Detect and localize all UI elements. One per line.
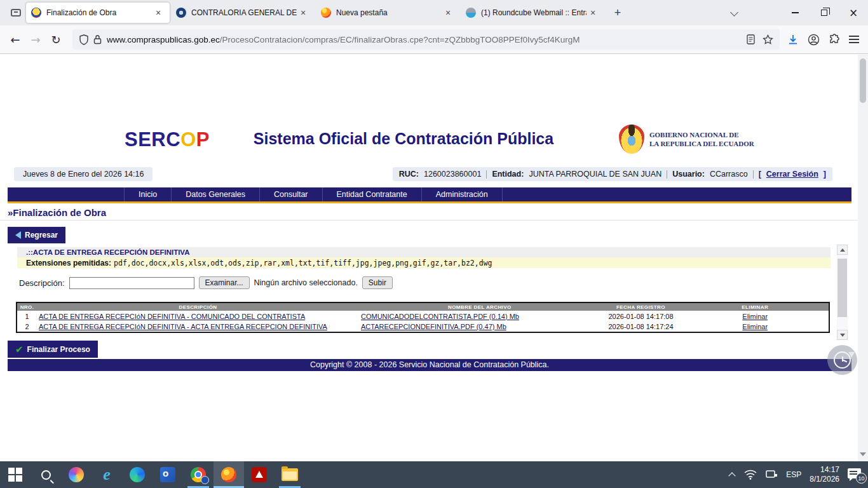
minimize-button[interactable] xyxy=(780,0,810,25)
page-scrollbar[interactable] xyxy=(858,55,868,461)
tab-nueva-pestana[interactable]: Nueva pestaña × xyxy=(316,3,459,23)
wifi-icon[interactable] xyxy=(744,470,757,480)
tab-finalizacion-de-obra[interactable]: Finalización de Obra × xyxy=(26,3,170,23)
taskbar-edge[interactable] xyxy=(122,461,153,488)
browse-button[interactable]: Examinar... xyxy=(199,276,250,289)
table-row: 2 ACTA DE ENTREGA RECEPCIóN DEFINITIVA -… xyxy=(17,322,829,332)
taskbar-internet-explorer[interactable]: e xyxy=(92,461,122,488)
file-link[interactable]: COMUNICADODELCONTRATISTA.PDF (0.14) Mb xyxy=(361,313,519,320)
roundcube-favicon xyxy=(466,8,476,18)
clock-icon xyxy=(834,351,851,369)
government-logo: GOBIERNO NACIONAL DE LA REPUBLICA DEL EC… xyxy=(619,125,754,154)
taskbar-chrome[interactable] xyxy=(183,461,214,488)
firefox-favicon xyxy=(321,8,331,18)
no-file-selected-text: Ningún archivo seleccionado. xyxy=(254,278,358,287)
menu-item-datos-generales[interactable]: Datos Generales xyxy=(172,187,260,201)
entity-value: JUNTA PARROQUIAL DE SAN JUAN xyxy=(529,170,661,179)
account-icon[interactable] xyxy=(808,34,820,46)
inner-scrollbar[interactable] xyxy=(837,245,848,340)
menu-hamburger-icon[interactable] xyxy=(849,36,859,43)
tray-chevron-up-icon[interactable] xyxy=(729,471,736,478)
entity-label: Entidad: xyxy=(492,170,524,179)
ruc-label: RUC: xyxy=(399,170,419,179)
scroll-up-icon[interactable] xyxy=(837,245,848,255)
close-tab-icon[interactable]: × xyxy=(587,6,599,19)
copilot-icon xyxy=(69,467,84,482)
back-icon[interactable]: ← xyxy=(5,29,25,50)
scroll-down-icon[interactable] xyxy=(837,330,848,340)
taskbar-copilot[interactable] xyxy=(61,461,92,488)
check-icon: ✔ xyxy=(15,344,24,355)
lock-icon[interactable] xyxy=(93,34,102,44)
inner-scrollbar-thumb[interactable] xyxy=(837,259,847,317)
bookmark-star-icon[interactable] xyxy=(763,34,773,45)
list-all-tabs-icon[interactable] xyxy=(731,8,740,17)
screen: Finalización de Obra × CONTRALORIA GENER… xyxy=(0,0,868,488)
page-scrollbar-thumb[interactable] xyxy=(860,58,866,103)
delete-link[interactable]: Eliminar xyxy=(742,323,768,330)
user-label: Usuario: xyxy=(672,170,705,179)
menu-item-entidad-contratante[interactable]: Entidad Contratante xyxy=(323,187,422,201)
description-link[interactable]: ACTA DE ENTREGA RECEPCIóN DEFINITIVA - A… xyxy=(39,323,327,330)
close-tab-icon[interactable]: × xyxy=(152,6,165,19)
start-button[interactable] xyxy=(0,461,31,488)
new-tab-button[interactable]: + xyxy=(609,4,627,22)
reload-icon[interactable]: ↻ xyxy=(46,29,66,50)
taskbar-acrobat[interactable] xyxy=(244,461,275,488)
title-divider xyxy=(0,220,858,220)
main-menu: Inicio Datos Generales Consultar Entidad… xyxy=(8,187,851,201)
taskbar-search-button[interactable] xyxy=(31,461,61,488)
back-arrow-icon xyxy=(15,231,21,239)
row-fecha: 2026-01-08 14:17:24 xyxy=(600,322,682,332)
file-link[interactable]: ACTARECEPCIONDEFINITIVA.PDF (0.47) Mb xyxy=(361,323,506,330)
internet-explorer-icon: e xyxy=(103,467,111,482)
tray-time: 14:17 xyxy=(810,465,839,475)
floating-clock-widget[interactable] xyxy=(827,345,857,375)
logout-link[interactable]: Cerrar Sesión xyxy=(766,170,818,179)
url-bar[interactable]: www.compraspublicas.gob.ec/ProcesoContra… xyxy=(72,29,780,50)
shield-icon[interactable] xyxy=(79,34,89,45)
table-row: 1 ACTA DE ENTREGA RECEPCIóN DEFINITIVA -… xyxy=(17,311,829,322)
notification-center-icon[interactable]: 10 xyxy=(848,468,863,482)
firefox-view-icon[interactable] xyxy=(6,4,25,21)
regresar-button[interactable]: Regresar xyxy=(8,227,65,243)
delete-link[interactable]: Eliminar xyxy=(742,313,768,320)
close-window-button[interactable]: × xyxy=(839,0,868,25)
gold-divider xyxy=(8,201,851,203)
description-link[interactable]: ACTA DE ENTREGA RECEPCIóN DEFINITIVA - C… xyxy=(39,313,305,320)
url-domain: www.compraspublicas.gob.ec xyxy=(107,35,220,44)
tray-clock[interactable]: 14:17 8/1/2026 xyxy=(810,465,839,484)
extensions-icon[interactable] xyxy=(829,34,840,45)
chrome-icon xyxy=(191,467,206,482)
language-indicator[interactable]: ESP xyxy=(786,470,801,479)
extensions-label: Extensiones pemitidas: xyxy=(26,259,111,268)
notification-badge: 10 xyxy=(856,473,867,484)
taskbar-firefox[interactable] xyxy=(214,461,244,488)
outlook-icon xyxy=(160,467,175,482)
taskbar-outlook[interactable] xyxy=(153,461,183,488)
search-icon xyxy=(41,470,51,480)
finalizar-proceso-button[interactable]: ✔ Finalizar Proceso xyxy=(8,341,98,358)
close-tab-icon[interactable]: × xyxy=(442,6,454,19)
tab-contraloria[interactable]: CONTRALORIA GENERAL DEL E × xyxy=(171,3,315,23)
browser-toolbar: ← → ↻ www.compraspublicas.gob.ec/Proceso… xyxy=(0,25,868,54)
description-input[interactable] xyxy=(69,277,194,289)
firefox-icon xyxy=(221,467,236,482)
scrollbar-down-icon[interactable] xyxy=(860,452,866,456)
upload-button[interactable]: Subir xyxy=(362,276,393,289)
reader-mode-icon[interactable] xyxy=(747,34,756,44)
tab-roundcube-webmail[interactable]: (1) Roundcube Webmail :: Entra × xyxy=(461,3,604,23)
contraloria-favicon xyxy=(176,8,186,18)
menu-item-administracion[interactable]: Administración xyxy=(422,187,503,201)
display-icon[interactable] xyxy=(765,470,778,480)
restore-button[interactable] xyxy=(810,0,839,25)
table-header-row: NRO. DESCRIPCIÓN NOMBRE DEL ARCHIVO FECH… xyxy=(17,302,829,311)
downloads-icon[interactable] xyxy=(787,34,799,45)
file-explorer-icon xyxy=(281,468,298,481)
menu-item-inicio[interactable]: Inicio xyxy=(124,187,172,201)
menu-item-consultar[interactable]: Consultar xyxy=(260,187,323,201)
close-tab-icon[interactable]: × xyxy=(297,6,309,19)
url-text[interactable]: www.compraspublicas.gob.ec/ProcesoContra… xyxy=(107,35,743,44)
page-header-title: Sistema Oficial de Contratación Pública xyxy=(241,130,566,148)
taskbar-file-explorer[interactable] xyxy=(275,461,305,488)
